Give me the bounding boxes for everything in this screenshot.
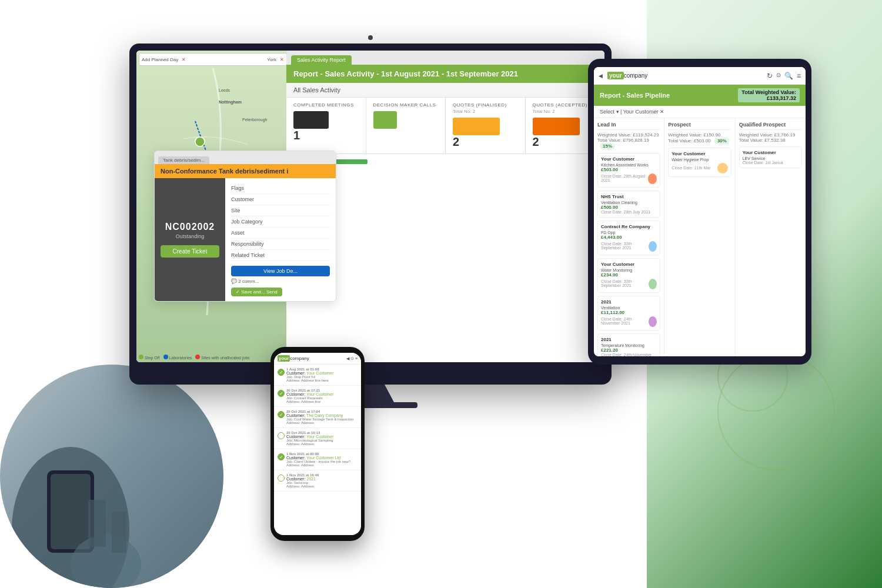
tablet-weighted-amount: £133,317.32: [741, 95, 796, 101]
nc-field-responsibility: Responsibility: [231, 239, 330, 250]
list-item: ✓ 30 Oct 2021 at 17:21 Customer: Your Cu…: [274, 386, 361, 407]
tablet-weighted-label: Total Weighted Value:: [741, 89, 796, 95]
map-york-close-icon[interactable]: ✕: [280, 57, 284, 62]
card-title: 2021: [601, 337, 657, 342]
card-subtitle: Ventilation: [601, 306, 657, 310]
nc-view-job-btn-area: View Job De...: [231, 266, 330, 276]
nc-number: NC002002: [165, 222, 215, 232]
svg-text:Nottingham: Nottingham: [219, 100, 242, 105]
card-date: Close Date: 24th November 2021: [601, 353, 657, 356]
tablet-toggle-icon[interactable]: ⊙: [776, 72, 781, 80]
map-toolbar: Add Planned Day ✕ York ✕: [139, 53, 287, 66]
card-title: Your Customer: [601, 156, 657, 162]
nc-left-panel: NC002002 Outstanding Create Ticket: [155, 178, 225, 301]
add-planned-day-label: Add Planned Day: [142, 57, 178, 62]
nc-right-panel: Flags Customer Site Job Category Asset R…: [225, 178, 336, 301]
pipeline-col-lead-in: Lead In Weighted Value: £119,524.23Total…: [594, 118, 664, 356]
nc-field-site: Site: [231, 205, 330, 216]
tablet-refresh-icon[interactable]: ↻: [767, 72, 773, 80]
metric-sublabel-2: Total No: 2: [453, 109, 518, 114]
nc-save-send-area: ✓ Save and... Send: [231, 288, 330, 296]
pipeline-card: 2021 Ventilation £11,112.00 Close Date: …: [597, 296, 660, 330]
report-date-range: 1st August 2021 - 1st September 2021: [381, 69, 518, 78]
item-address: Address: Address line here: [286, 379, 358, 382]
col-stat-prospect: Weighted Value: £150.90Total Value: £503…: [668, 132, 731, 144]
pipeline-col-qualified: Qualified Prospect Weighted Value: £3,76…: [736, 118, 806, 356]
item-text: 1 Nov 2021 at 16:49 Customer: 2021 Job: …: [286, 473, 358, 488]
desktop-monitor: yourcompany: [129, 35, 612, 400]
pipeline-filter[interactable]: Select ▾ | Your Customer ✕: [594, 106, 806, 118]
item-text: 1 Aug 2021 at 01:00 Customer: Your Custo…: [286, 368, 358, 382]
card-avatar: [649, 241, 657, 252]
card-avatar: [717, 163, 728, 173]
item-check-icon: [278, 432, 285, 439]
pipeline-col-prospect: Prospect Weighted Value: £150.90Total Va…: [664, 118, 735, 356]
item-text: 1 Nov 2021 at 00:00 Customer: Your Custo…: [286, 452, 358, 467]
legend-unallocated: Sites with unallocated jobs: [195, 355, 249, 360]
nc-status: Outstanding: [176, 233, 205, 239]
pipeline-card: Your Customer Water Monitoring £234.00 C…: [597, 258, 660, 293]
card-subtitle: Water Monitoring: [601, 268, 657, 272]
metric-bar-0: [293, 111, 329, 129]
svg-point-18: [195, 137, 205, 146]
item-check-icon: ✓: [278, 453, 285, 460]
card-title: Your Customer: [671, 151, 727, 156]
list-item: 1 Nov 2021 at 16:49 Customer: 2021 Job: …: [274, 470, 361, 492]
nc-panel: Tank debris/sedim... Non-Conformance Tan…: [154, 151, 336, 302]
nc-tab[interactable]: Tank debris/sedim...: [158, 156, 209, 164]
map-legend: Stop Off Laboratories Sites with unalloc…: [139, 355, 250, 360]
pipeline-card: Your Customer Kitchen Associated Works £…: [597, 153, 660, 188]
nc-field-customer: Customer: [231, 194, 330, 205]
col-stat-lead-in: Weighted Value: £119,524.23Total Value: …: [597, 132, 660, 149]
report-header: Report - Sales Activity - 1st August 202…: [286, 65, 604, 83]
list-item: ✓ 1 Nov 2021 at 00:00 Customer: Your Cus…: [274, 449, 361, 470]
tablet-search-icon[interactable]: 🔍: [784, 72, 793, 80]
nc-field-job-category: Job Category: [231, 216, 330, 228]
tablet-frame: ◀ yourcompany ↻ ⊙ 🔍 ≡ Report - Sales Pip…: [588, 59, 811, 365]
card-subtitle: Ventilation Cleaning: [601, 201, 657, 205]
tablet-device: ◀ yourcompany ↻ ⊙ 🔍 ≡ Report - Sales Pip…: [588, 59, 811, 365]
view-job-details-button[interactable]: View Job De...: [231, 266, 330, 276]
item-address: Address: Address: [286, 421, 358, 425]
card-date: Close Date: 1st Janua: [743, 161, 799, 165]
svg-rect-5: [112, 512, 126, 553]
item-text: 30 Oct 2021 at 17:21 Customer: Your Cust…: [286, 389, 358, 403]
save-send-button[interactable]: ✓ Save and... Send: [231, 288, 282, 296]
card-title: Your Customer: [601, 262, 657, 267]
card-subtitle: FD Opp: [601, 230, 657, 235]
card-amount: £234.00: [601, 272, 657, 278]
pipeline-card: NHS Trust Ventilation Cleaning £500.00 C…: [597, 191, 660, 218]
phone-logo-your: your: [278, 355, 290, 362]
phone-logo: yourcompany: [278, 356, 309, 361]
legend-stop-off: Stop Off: [139, 355, 160, 360]
metric-value-0: 1: [293, 129, 359, 142]
card-subtitle: Kitchen Associated Works: [601, 163, 657, 167]
pipeline-columns: Lead In Weighted Value: £119,524.23Total…: [594, 118, 806, 356]
card-amount: £500.00: [601, 205, 657, 210]
tablet-back-icon[interactable]: ◀: [599, 73, 603, 79]
tablet-report-header: Report - Sales Pipeline Total Weighted V…: [594, 85, 806, 106]
pipeline-card: Contract Re Company FD Opp £4,443.00 Clo…: [597, 220, 660, 255]
card-date: Close Date: 29th July 2021: [601, 210, 657, 214]
tablet-screen: ◀ yourcompany ↻ ⊙ 🔍 ≡ Report - Sales Pip…: [594, 67, 806, 356]
item-check-icon: [278, 475, 285, 482]
create-ticket-button[interactable]: Create Ticket: [161, 245, 219, 258]
col-stat-qualified: Weighted Value: £3,766.19Total Value: £7…: [739, 132, 802, 143]
sales-activity-tab[interactable]: Sales Activity Report: [291, 55, 352, 65]
item-address: Address: Address: [286, 485, 358, 488]
card-date: Close Date: 30th September 2021: [601, 279, 649, 288]
list-item: 20 Oct 2021 at 10:13 Customer: Your Cust…: [274, 428, 361, 449]
pipeline-card: 2021 Temperature Monitoring £221.20 Clos…: [597, 333, 660, 356]
monitor-camera: [368, 35, 373, 40]
card-amount: £503.00: [601, 167, 657, 172]
col-header-lead-in: Lead In: [597, 122, 660, 130]
card-title: Contract Re Company: [601, 224, 657, 229]
tablet-logo: yourcompany: [607, 72, 647, 79]
tablet-menu-icon[interactable]: ≡: [797, 72, 801, 80]
tablet-report-title: Report - Sales Pipeline: [600, 92, 670, 99]
report-metrics: COMPLETED MEETINGS 1 DECISION MAKER CALL…: [286, 98, 604, 154]
metric-label-0: COMPLETED MEETINGS: [293, 102, 359, 108]
report-title: Report - Sales Activity: [293, 69, 375, 78]
item-customer: Customer: Your Customer: [286, 392, 358, 396]
map-close-icon[interactable]: ✕: [182, 57, 186, 62]
